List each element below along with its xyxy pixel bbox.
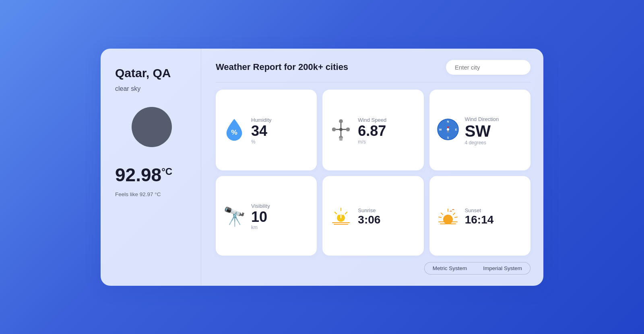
city-search-input[interactable] xyxy=(446,60,530,75)
svg-line-31 xyxy=(455,217,457,217)
svg-rect-10 xyxy=(339,137,343,141)
sunrise-info: Sunrise 3:06 xyxy=(358,207,380,225)
sunset-label: Sunset xyxy=(465,207,481,213)
wind-speed-value: 6.87 xyxy=(358,123,386,139)
wind-speed-unit: m/s xyxy=(358,139,365,145)
humidity-label: Humidity xyxy=(251,117,272,123)
wind-speed-card: Wind Speed 6.87 m/s xyxy=(322,90,423,170)
humidity-info: Humidity 34 % xyxy=(251,117,272,145)
humidity-unit: % xyxy=(251,139,256,145)
svg-point-9 xyxy=(346,127,350,131)
wind-direction-icon: N S W E xyxy=(437,119,459,143)
humidity-card: % Humidity 34 % xyxy=(216,90,317,170)
divider xyxy=(216,82,530,83)
visibility-card: 🔭 Visibility 10 km xyxy=(216,176,317,255)
wind-direction-info: Wind Direction SW 4 degrees xyxy=(465,116,499,145)
humidity-icon: % xyxy=(223,117,246,144)
city-name: Qatar, QA xyxy=(115,66,188,80)
report-title: Weather Report for 200k+ cities xyxy=(216,62,348,72)
left-panel: Qatar, QA clear sky 92.98°C Feels like 9… xyxy=(101,49,201,286)
wind-speed-label: Wind Speed xyxy=(358,117,386,123)
right-panel: Weather Report for 200k+ cities % Humidi… xyxy=(201,49,543,286)
svg-text:W: W xyxy=(439,128,442,131)
sunset-icon xyxy=(437,204,459,229)
feels-like: Feels like 92.97 °C xyxy=(115,191,188,197)
svg-line-22 xyxy=(345,212,347,214)
wind-direction-card: N S W E Wind Direction SW 4 degrees xyxy=(429,90,530,170)
svg-line-30 xyxy=(439,217,441,217)
visibility-info: Visibility 10 km xyxy=(251,203,270,231)
wind-speed-icon xyxy=(330,117,352,144)
svg-point-8 xyxy=(332,127,336,131)
svg-line-21 xyxy=(335,212,336,214)
right-header: Weather Report for 200k+ cities xyxy=(216,60,530,75)
humidity-value: 34 xyxy=(251,123,267,139)
metric-system-button[interactable]: Metric System xyxy=(424,262,475,275)
svg-text:N: N xyxy=(447,120,449,123)
sunrise-value: 3:06 xyxy=(358,214,380,225)
imperial-system-button[interactable]: Imperial System xyxy=(475,262,530,275)
wind-direction-unit: 4 degrees xyxy=(465,140,486,145)
sunrise-label: Sunrise xyxy=(358,207,376,213)
wind-speed-info: Wind Speed 6.87 m/s xyxy=(358,117,386,145)
wind-direction-value: SW xyxy=(465,123,491,139)
weather-icon xyxy=(132,107,172,147)
temp-value: 92.98 xyxy=(115,164,161,185)
weather-description: clear sky xyxy=(115,85,188,92)
system-toggle-row: Metric System Imperial System xyxy=(216,262,530,275)
weather-grid: % Humidity 34 % xyxy=(216,90,530,256)
weather-icon-container xyxy=(115,107,188,147)
sunset-info: Sunset 16:14 xyxy=(465,207,494,225)
wind-direction-label: Wind Direction xyxy=(465,116,499,122)
sunrise-icon xyxy=(330,204,352,229)
visibility-icon: 🔭 xyxy=(223,207,246,226)
svg-point-6 xyxy=(339,119,343,123)
visibility-unit: km xyxy=(251,225,258,230)
sunrise-card: Sunrise 3:06 xyxy=(322,176,423,255)
svg-point-26 xyxy=(443,215,453,224)
svg-line-28 xyxy=(441,213,443,215)
svg-text:S: S xyxy=(447,136,449,139)
svg-point-18 xyxy=(447,128,449,131)
svg-text:%: % xyxy=(231,128,237,136)
svg-line-29 xyxy=(453,213,455,215)
temperature-display: 92.98°C xyxy=(115,166,188,184)
svg-text:E: E xyxy=(455,128,457,131)
visibility-value: 10 xyxy=(251,209,267,225)
sunset-value: 16:14 xyxy=(465,214,494,225)
sunset-card: Sunset 16:14 xyxy=(429,176,530,255)
visibility-label: Visibility xyxy=(251,203,270,209)
temp-unit: °C xyxy=(161,166,172,176)
weather-card: Qatar, QA clear sky 92.98°C Feels like 9… xyxy=(101,49,543,286)
